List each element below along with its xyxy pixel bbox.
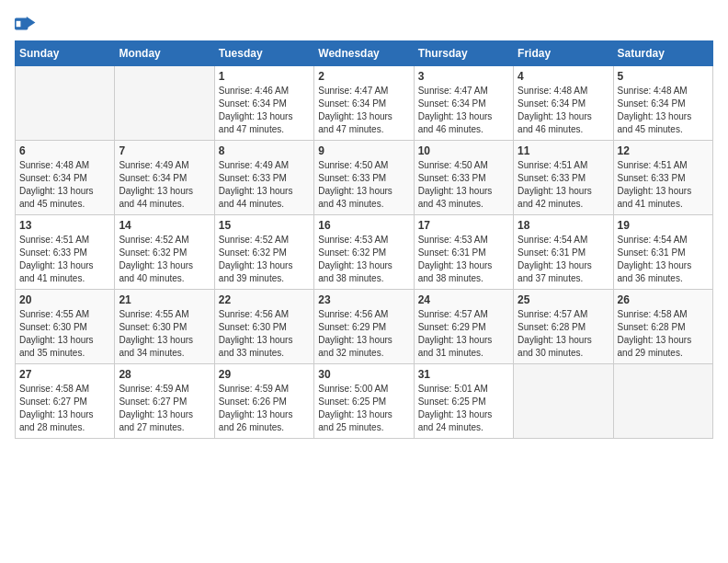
day-of-week-header: Sunday bbox=[16, 41, 115, 66]
day-of-week-header: Thursday bbox=[414, 41, 513, 66]
calendar-cell: 13 Sunrise: 4:51 AMSunset: 6:33 PMDaylig… bbox=[16, 215, 115, 290]
day-number: 23 bbox=[318, 293, 409, 306]
day-detail: Sunrise: 4:46 AMSunset: 6:34 PMDaylight:… bbox=[219, 85, 310, 136]
calendar-cell: 20 Sunrise: 4:55 AMSunset: 6:30 PMDaylig… bbox=[16, 290, 115, 364]
day-detail: Sunrise: 4:48 AMSunset: 6:34 PMDaylight:… bbox=[518, 85, 609, 136]
svg-marker-1 bbox=[27, 17, 36, 29]
calendar-cell: 9 Sunrise: 4:50 AMSunset: 6:33 PMDayligh… bbox=[314, 141, 414, 215]
calendar-cell: 5 Sunrise: 4:48 AMSunset: 6:34 PMDayligh… bbox=[613, 66, 712, 141]
calendar-cell: 7 Sunrise: 4:49 AMSunset: 6:34 PMDayligh… bbox=[115, 141, 214, 215]
day-number: 16 bbox=[318, 219, 409, 232]
day-detail: Sunrise: 4:47 AMSunset: 6:34 PMDaylight:… bbox=[318, 85, 409, 136]
day-detail: Sunrise: 4:58 AMSunset: 6:28 PMDaylight:… bbox=[618, 308, 709, 360]
day-number: 6 bbox=[19, 144, 110, 157]
day-number: 3 bbox=[418, 70, 509, 83]
calendar-cell: 11 Sunrise: 4:51 AMSunset: 6:33 PMDaylig… bbox=[514, 141, 613, 215]
day-number: 18 bbox=[518, 219, 609, 232]
svg-rect-2 bbox=[17, 21, 21, 27]
day-detail: Sunrise: 4:58 AMSunset: 6:27 PMDaylight:… bbox=[19, 383, 110, 434]
calendar-cell: 30 Sunrise: 5:00 AMSunset: 6:25 PMDaylig… bbox=[314, 364, 414, 439]
day-detail: Sunrise: 4:57 AMSunset: 6:29 PMDaylight:… bbox=[418, 308, 509, 360]
calendar-cell: 21 Sunrise: 4:55 AMSunset: 6:30 PMDaylig… bbox=[115, 290, 214, 364]
day-detail: Sunrise: 4:56 AMSunset: 6:30 PMDaylight:… bbox=[219, 308, 310, 360]
calendar-cell: 17 Sunrise: 4:53 AMSunset: 6:31 PMDaylig… bbox=[414, 215, 513, 290]
day-number: 21 bbox=[119, 293, 210, 306]
day-detail: Sunrise: 4:56 AMSunset: 6:29 PMDaylight:… bbox=[318, 308, 409, 360]
day-detail: Sunrise: 4:59 AMSunset: 6:26 PMDaylight:… bbox=[219, 383, 310, 434]
calendar-cell: 15 Sunrise: 4:52 AMSunset: 6:32 PMDaylig… bbox=[214, 215, 313, 290]
calendar-week-row: 20 Sunrise: 4:55 AMSunset: 6:30 PMDaylig… bbox=[16, 290, 713, 364]
calendar-cell: 28 Sunrise: 4:59 AMSunset: 6:27 PMDaylig… bbox=[115, 364, 214, 439]
day-number: 30 bbox=[318, 368, 409, 381]
day-detail: Sunrise: 4:51 AMSunset: 6:33 PMDaylight:… bbox=[518, 159, 609, 211]
day-detail: Sunrise: 4:52 AMSunset: 6:32 PMDaylight:… bbox=[219, 234, 310, 285]
calendar-cell: 8 Sunrise: 4:49 AMSunset: 6:33 PMDayligh… bbox=[214, 141, 313, 215]
day-of-week-header: Friday bbox=[514, 41, 613, 66]
calendar-week-row: 27 Sunrise: 4:58 AMSunset: 6:27 PMDaylig… bbox=[16, 364, 713, 439]
day-number: 19 bbox=[618, 219, 709, 232]
day-detail: Sunrise: 4:51 AMSunset: 6:33 PMDaylight:… bbox=[19, 234, 110, 285]
day-detail: Sunrise: 4:49 AMSunset: 6:34 PMDaylight:… bbox=[119, 159, 210, 211]
day-detail: Sunrise: 4:53 AMSunset: 6:31 PMDaylight:… bbox=[418, 234, 509, 285]
day-detail: Sunrise: 4:48 AMSunset: 6:34 PMDaylight:… bbox=[19, 159, 110, 211]
day-number: 28 bbox=[119, 368, 210, 381]
calendar-cell: 18 Sunrise: 4:54 AMSunset: 6:31 PMDaylig… bbox=[514, 215, 613, 290]
day-detail: Sunrise: 4:47 AMSunset: 6:34 PMDaylight:… bbox=[418, 85, 509, 136]
day-number: 20 bbox=[19, 293, 110, 306]
calendar-cell bbox=[115, 66, 214, 141]
day-number: 11 bbox=[518, 144, 609, 157]
day-number: 13 bbox=[19, 219, 110, 232]
calendar-cell: 23 Sunrise: 4:56 AMSunset: 6:29 PMDaylig… bbox=[314, 290, 414, 364]
calendar-table: SundayMondayTuesdayWednesdayThursdayFrid… bbox=[15, 40, 713, 439]
day-detail: Sunrise: 4:54 AMSunset: 6:31 PMDaylight:… bbox=[618, 234, 709, 285]
day-detail: Sunrise: 4:55 AMSunset: 6:30 PMDaylight:… bbox=[119, 308, 210, 360]
calendar-cell bbox=[613, 364, 712, 439]
logo-icon bbox=[15, 15, 37, 33]
day-number: 25 bbox=[518, 293, 609, 306]
day-number: 5 bbox=[618, 70, 709, 83]
calendar-week-row: 13 Sunrise: 4:51 AMSunset: 6:33 PMDaylig… bbox=[16, 215, 713, 290]
calendar-cell: 6 Sunrise: 4:48 AMSunset: 6:34 PMDayligh… bbox=[16, 141, 115, 215]
day-number: 9 bbox=[318, 144, 409, 157]
day-number: 12 bbox=[618, 144, 709, 157]
day-number: 8 bbox=[219, 144, 310, 157]
day-detail: Sunrise: 4:51 AMSunset: 6:33 PMDaylight:… bbox=[618, 159, 709, 211]
day-detail: Sunrise: 4:48 AMSunset: 6:34 PMDaylight:… bbox=[618, 85, 709, 136]
calendar-cell bbox=[514, 364, 613, 439]
day-number: 24 bbox=[418, 293, 509, 306]
logo bbox=[15, 15, 40, 33]
calendar-cell: 27 Sunrise: 4:58 AMSunset: 6:27 PMDaylig… bbox=[16, 364, 115, 439]
calendar-week-row: 1 Sunrise: 4:46 AMSunset: 6:34 PMDayligh… bbox=[16, 66, 713, 141]
day-number: 4 bbox=[518, 70, 609, 83]
day-detail: Sunrise: 4:59 AMSunset: 6:27 PMDaylight:… bbox=[119, 383, 210, 434]
calendar-cell: 2 Sunrise: 4:47 AMSunset: 6:34 PMDayligh… bbox=[314, 66, 414, 141]
day-of-week-header: Saturday bbox=[613, 41, 712, 66]
calendar-cell: 22 Sunrise: 4:56 AMSunset: 6:30 PMDaylig… bbox=[214, 290, 313, 364]
calendar-week-row: 6 Sunrise: 4:48 AMSunset: 6:34 PMDayligh… bbox=[16, 141, 713, 215]
calendar-cell bbox=[16, 66, 115, 141]
calendar-cell: 1 Sunrise: 4:46 AMSunset: 6:34 PMDayligh… bbox=[214, 66, 313, 141]
day-detail: Sunrise: 4:57 AMSunset: 6:28 PMDaylight:… bbox=[518, 308, 609, 360]
calendar-cell: 4 Sunrise: 4:48 AMSunset: 6:34 PMDayligh… bbox=[514, 66, 613, 141]
day-number: 15 bbox=[219, 219, 310, 232]
page-header bbox=[15, 15, 713, 33]
day-number: 2 bbox=[318, 70, 409, 83]
day-of-week-header: Wednesday bbox=[314, 41, 414, 66]
day-number: 26 bbox=[618, 293, 709, 306]
day-number: 10 bbox=[418, 144, 509, 157]
day-number: 29 bbox=[219, 368, 310, 381]
day-detail: Sunrise: 4:52 AMSunset: 6:32 PMDaylight:… bbox=[119, 234, 210, 285]
calendar-cell: 19 Sunrise: 4:54 AMSunset: 6:31 PMDaylig… bbox=[613, 215, 712, 290]
day-number: 22 bbox=[219, 293, 310, 306]
calendar-cell: 29 Sunrise: 4:59 AMSunset: 6:26 PMDaylig… bbox=[214, 364, 313, 439]
day-detail: Sunrise: 5:00 AMSunset: 6:25 PMDaylight:… bbox=[318, 383, 409, 434]
day-number: 17 bbox=[418, 219, 509, 232]
day-detail: Sunrise: 4:55 AMSunset: 6:30 PMDaylight:… bbox=[19, 308, 110, 360]
day-of-week-header: Monday bbox=[115, 41, 214, 66]
calendar-cell: 25 Sunrise: 4:57 AMSunset: 6:28 PMDaylig… bbox=[514, 290, 613, 364]
day-number: 27 bbox=[19, 368, 110, 381]
calendar-cell: 12 Sunrise: 4:51 AMSunset: 6:33 PMDaylig… bbox=[613, 141, 712, 215]
day-detail: Sunrise: 4:53 AMSunset: 6:32 PMDaylight:… bbox=[318, 234, 409, 285]
calendar-cell: 14 Sunrise: 4:52 AMSunset: 6:32 PMDaylig… bbox=[115, 215, 214, 290]
calendar-cell: 10 Sunrise: 4:50 AMSunset: 6:33 PMDaylig… bbox=[414, 141, 513, 215]
